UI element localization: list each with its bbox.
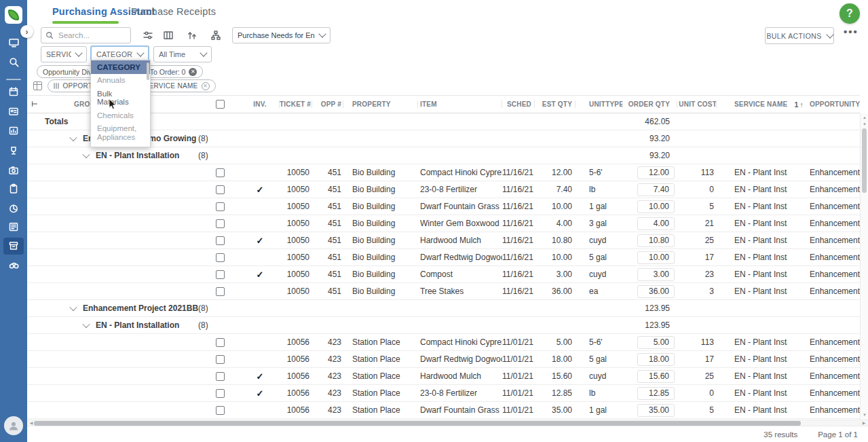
ticket-number: 10050 <box>280 253 312 262</box>
row-checkbox[interactable] <box>216 338 225 347</box>
order-qty-input[interactable] <box>637 353 675 366</box>
horizontal-scrollbar[interactable]: ◀ ▶ <box>27 420 868 426</box>
row-checkbox[interactable] <box>216 202 225 211</box>
view-select[interactable]: Purchase Needs for Enhan <box>232 27 331 43</box>
summary-table-icon[interactable] <box>33 81 42 90</box>
time-filter-select[interactable]: All Time <box>153 46 212 62</box>
dropdown-scroll-thumb[interactable] <box>147 62 149 80</box>
opportunity-name: Enhancement Demo Growing Green <box>806 270 860 279</box>
sched-column-header[interactable]: SCHED <box>502 100 535 108</box>
order-qty-input[interactable] <box>637 183 675 196</box>
collapse-all-icon[interactable] <box>31 100 39 108</box>
unittype-column-header[interactable]: UNITTYPE <box>575 100 623 108</box>
order-qty-input[interactable] <box>637 404 675 417</box>
order-qty-input[interactable] <box>637 234 675 247</box>
games-icon[interactable] <box>0 257 27 273</box>
row-checkbox[interactable] <box>216 355 225 364</box>
category-option[interactable]: Chemicals <box>91 109 150 122</box>
row-checkbox[interactable] <box>216 219 225 228</box>
service-name-column-header[interactable]: SERVICE NAME <box>717 100 787 108</box>
item-name: Hardwood Mulch <box>418 371 502 381</box>
help-button[interactable]: ? <box>839 3 860 24</box>
drag-handle-icon[interactable] <box>54 83 59 89</box>
collapse-chevron-icon[interactable] <box>69 134 77 141</box>
clipboard-icon[interactable] <box>0 181 27 197</box>
item-name: Compact Hinoki Cypress <box>418 168 502 177</box>
contact-card-icon[interactable] <box>0 103 27 119</box>
remove-filter-icon[interactable]: ✕ <box>189 68 197 76</box>
camera-icon[interactable] <box>0 162 27 179</box>
horizontal-scroll-thumb[interactable] <box>34 421 801 426</box>
scroll-right-icon[interactable]: ▶ <box>861 420 867 426</box>
row-checkbox[interactable] <box>216 372 225 381</box>
collapse-chevron-icon[interactable] <box>69 303 77 311</box>
category-option[interactable]: Annuals <box>91 74 150 88</box>
vertical-scroll-thumb[interactable] <box>862 128 867 193</box>
item-name: Hardwood Mulch <box>418 236 502 245</box>
columns-icon[interactable] <box>161 29 176 42</box>
sort-indicator[interactable]: 1↑ <box>787 100 806 109</box>
news-list-icon[interactable] <box>0 219 27 235</box>
order-qty-input[interactable] <box>637 336 675 349</box>
search-icon <box>45 31 54 39</box>
row-checkbox[interactable] <box>216 270 225 279</box>
order-qty-input[interactable] <box>637 370 675 383</box>
row-checkbox[interactable] <box>216 406 225 415</box>
collapse-chevron-icon[interactable] <box>82 151 90 158</box>
trophy-icon[interactable] <box>0 143 27 159</box>
category-option[interactable]: Equipment, Appliances <box>91 122 150 144</box>
user-avatar[interactable] <box>4 416 23 435</box>
scroll-up-icon2[interactable]: ▼ <box>861 121 868 128</box>
category-option[interactable]: Exterior <box>91 144 150 148</box>
sched-date: 11/16/21 <box>502 287 535 296</box>
calendar-icon[interactable] <box>0 84 27 100</box>
property-column-header[interactable]: PROPERTY <box>343 100 418 108</box>
category-option[interactable]: CATEGORY <box>91 60 150 74</box>
row-checkbox[interactable] <box>216 253 225 262</box>
hierarchy-icon[interactable] <box>208 29 223 42</box>
scroll-down-icon[interactable]: ▼ <box>861 411 868 419</box>
search-nav-icon[interactable] <box>0 54 27 70</box>
row-checkbox[interactable] <box>216 168 225 177</box>
search-input[interactable] <box>57 31 126 40</box>
unittype: cuyd <box>575 371 623 381</box>
sort-rows-icon[interactable] <box>185 29 200 42</box>
order-qty-input[interactable] <box>637 268 675 281</box>
order-qty-input[interactable] <box>637 251 675 264</box>
more-options-button[interactable]: ••• <box>844 26 858 37</box>
sidebar-expand-icon[interactable]: › <box>20 25 33 38</box>
item-column-header[interactable]: ITEM <box>418 100 502 108</box>
property-name: Bio Building <box>343 270 418 279</box>
ticket-column-header[interactable]: TICKET # <box>280 100 312 108</box>
order-qty-input[interactable] <box>637 387 675 400</box>
sched-date: 11/01/21 <box>502 337 535 347</box>
row-checkbox[interactable] <box>216 389 225 398</box>
unit-cost-column-header[interactable]: UNIT COST <box>677 100 717 108</box>
category-option[interactable]: Bulk Materials <box>91 87 150 109</box>
select-all-checkbox[interactable] <box>216 100 225 109</box>
service-filter-select[interactable]: SERVICE(S) <box>41 46 87 62</box>
opp-column-header[interactable]: OPP # <box>312 100 343 108</box>
collapse-chevron-icon[interactable] <box>82 320 90 328</box>
order-qty-column-header[interactable]: ORDER QTY <box>623 100 677 108</box>
bulk-actions-button[interactable]: BULK ACTIONS <box>765 27 834 44</box>
row-checkbox[interactable] <box>216 236 225 245</box>
order-qty-input[interactable] <box>637 285 675 298</box>
pie-chart-icon[interactable] <box>0 200 27 217</box>
order-qty-input[interactable] <box>637 166 675 179</box>
est-qty-column-header[interactable]: EST QTY <box>535 100 575 108</box>
building-chart-icon[interactable] <box>0 122 27 139</box>
purchasing-archive-icon[interactable] <box>0 238 27 254</box>
filter-tune-icon[interactable] <box>140 29 155 42</box>
row-checkbox[interactable] <box>216 287 225 296</box>
order-qty-input[interactable] <box>637 200 675 213</box>
service-name: EN - Plant Installation <box>717 219 787 228</box>
inv-column-header[interactable]: INV. <box>228 100 280 108</box>
app-logo-icon[interactable] <box>5 6 22 24</box>
vertical-scrollbar[interactable]: ▲ ▼ ▼ <box>860 113 868 420</box>
remove-group-icon[interactable]: ✕ <box>202 82 210 90</box>
tab-purchase-receipts[interactable]: Purchase Receipts <box>131 6 216 17</box>
order-qty-input[interactable] <box>637 217 675 230</box>
opportunity-name-column-header[interactable]: OPPORTUNITY NAME <box>806 100 860 108</box>
row-checkbox[interactable] <box>216 185 225 194</box>
